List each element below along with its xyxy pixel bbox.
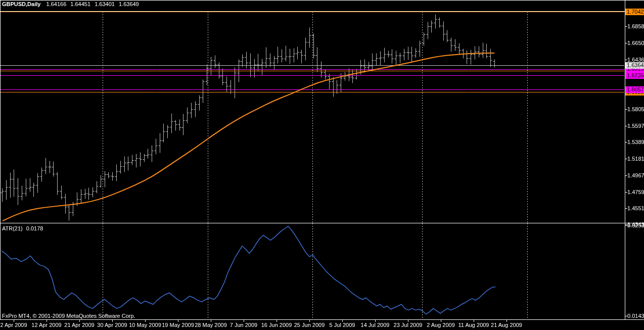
date-axis[interactable]: 2 Apr 200912 Apr 200921 Apr 200930 Apr 2…	[0, 320, 644, 330]
atr-indicator-pane[interactable]	[1, 223, 625, 319]
atr-pane-bottom-border	[0, 319, 644, 320]
price-axis[interactable]: 1.685851.665051.643601.580551.559751.538…	[625, 0, 644, 320]
atr-tick-label: 0.0253	[627, 223, 644, 228]
price-tick-label: 1.58055	[627, 107, 644, 112]
price-tick-label: 1.45510	[627, 206, 644, 211]
price-tick-label: 1.66505	[627, 40, 644, 46]
price-tick-label: 1.55975	[627, 123, 644, 129]
date-label: 21 Aug 2009	[484, 322, 529, 328]
symbol-period-label: GBPUSD,Daily	[2, 1, 40, 7]
price-tick-label: 1.51815	[627, 156, 644, 162]
level-line-label: 1.60573	[625, 86, 644, 93]
chart-window: GBPUSD,Daily 1.64166 1.64451 1.63401 1.6…	[0, 0, 644, 330]
chart-title: GBPUSD,Daily 1.64166 1.64451 1.63401 1.6…	[2, 1, 142, 7]
level-line-label: 1.62353	[625, 72, 644, 79]
copyright-text: FxPro MT4, © 2001-2009 MetaQuotes Softwa…	[2, 313, 135, 319]
quote-close: 1.63649	[119, 1, 139, 7]
price-tick-label: 1.53895	[627, 139, 644, 145]
price-tick-label: 1.47590	[627, 190, 644, 195]
indicator-label: ATR(21) 0.0178	[2, 225, 45, 231]
current-price-label: 1.63649	[625, 62, 644, 69]
indicator-value: 0.0178	[26, 225, 43, 231]
price-tick-label: 1.49670	[627, 173, 644, 178]
quote-low: 1.63401	[95, 1, 115, 7]
price-tick-label: 1.68585	[627, 24, 644, 29]
level-line-label: 1.70423	[625, 9, 644, 15]
indicator-name: ATR(21)	[2, 225, 23, 231]
atr-tick-label: 0.0143	[627, 313, 644, 319]
window-top-border	[0, 0, 644, 1]
quote-high: 1.64451	[70, 1, 90, 7]
quote-open: 1.64166	[46, 1, 66, 7]
main-chart-pane[interactable]	[1, 12, 625, 223]
